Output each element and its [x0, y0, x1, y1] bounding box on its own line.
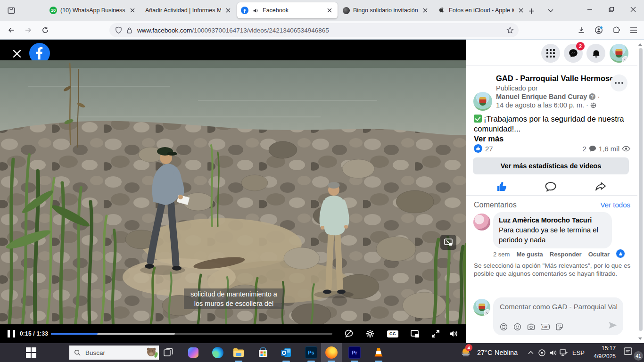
video-player[interactable]: solicitud de mantenimiento a los muros d… [0, 40, 466, 343]
scrollbar-down-arrow[interactable] [637, 336, 643, 341]
avatar-sticker-icon[interactable] [500, 323, 508, 331]
tab-informes[interactable]: Añadir Actividad | Informes Mens [141, 2, 236, 18]
photoshop-icon[interactable]: Ps [301, 343, 322, 362]
gif-icon[interactable]: GIF [541, 324, 550, 330]
comment-button[interactable] [534, 178, 567, 195]
emoji-icon[interactable] [513, 323, 521, 331]
microsoft-store-icon[interactable] [253, 343, 273, 362]
address-bar[interactable]: www.facebook.com/100093700164713/videos/… [109, 23, 519, 37]
camera-icon[interactable] [527, 323, 535, 331]
notifications-button[interactable] [586, 44, 605, 63]
pip-popout-button[interactable] [440, 235, 456, 250]
menu-icon[interactable] [626, 23, 641, 38]
weather-temp[interactable]: 27°C [477, 343, 492, 362]
composer-avatar[interactable] [473, 299, 490, 316]
see-more-link[interactable]: Ver más [474, 134, 504, 143]
weather-icon[interactable]: 4 [460, 346, 472, 359]
tracking-shield-icon[interactable] [115, 26, 122, 34]
messenger-button[interactable]: 2 [564, 44, 583, 63]
weather-desc[interactable]: Neblina [495, 343, 518, 362]
tray-chevron-icon[interactable] [526, 348, 536, 357]
sticker-icon[interactable] [555, 323, 563, 331]
pip-button[interactable] [409, 328, 422, 339]
tab-facebook[interactable]: Facebook [237, 2, 338, 18]
file-explorer-icon[interactable] [228, 343, 249, 362]
reload-button[interactable] [38, 23, 53, 38]
comment-reply-link[interactable]: Responder [550, 251, 582, 258]
like-button[interactable] [485, 178, 518, 195]
search-input[interactable] [84, 349, 133, 357]
vlc-icon[interactable] [368, 343, 389, 362]
url-text[interactable]: www.facebook.com/100093700164713/videos/… [137, 27, 329, 34]
like-count-icon[interactable] [474, 144, 482, 153]
tab-close-icon[interactable] [517, 6, 525, 15]
page-name[interactable]: GAD - Parroquial Valle Hermoso [496, 74, 614, 83]
chevron-down-icon[interactable] [484, 309, 490, 316]
outlook-icon[interactable] [276, 343, 297, 362]
new-tab-button[interactable] [525, 5, 537, 17]
tab-close-icon[interactable] [128, 6, 137, 15]
comment-like-badge[interactable] [616, 249, 625, 258]
comment-composer[interactable]: Comentar como GAD - Parroquial Vall... G… [493, 297, 623, 335]
composer-placeholder[interactable]: Comentar como GAD - Parroquial Vall... [500, 303, 617, 311]
share-button[interactable] [584, 178, 617, 195]
view-count[interactable]: 1,6 mil [599, 145, 619, 153]
comment-time[interactable]: 2 sem [493, 251, 510, 258]
window-minimize-button[interactable] [579, 0, 601, 19]
tab-icloud[interactable]: Fotos en iCloud - Apple iClou [434, 2, 529, 18]
fullscreen-button[interactable] [429, 328, 442, 339]
window-close-button[interactable] [622, 0, 644, 19]
taskbar-search[interactable] [69, 346, 159, 360]
task-view-button[interactable] [158, 343, 179, 362]
scrollbar-up-arrow[interactable] [637, 41, 643, 47]
post-date[interactable]: 14 de agosto a las 6:00 p. m. · [496, 101, 588, 109]
bookmark-star-icon[interactable] [506, 26, 514, 34]
copilot-icon[interactable] [183, 343, 204, 362]
back-button[interactable] [4, 23, 19, 38]
tray-volume-icon[interactable] [548, 348, 558, 357]
post-options-button[interactable] [611, 74, 627, 91]
like-count[interactable]: 27 [485, 145, 493, 153]
send-comment-icon[interactable] [608, 321, 618, 331]
network-icon[interactable] [559, 348, 569, 357]
downloads-icon[interactable] [574, 23, 589, 38]
tab-audio-icon[interactable] [252, 7, 259, 14]
edge-icon[interactable] [207, 343, 228, 362]
profile-avatar[interactable] [610, 44, 628, 63]
commenter-name[interactable]: Luz Amèrica Morocho Tacuri [499, 216, 606, 225]
comment-hide-link[interactable]: Ocultar [588, 251, 610, 258]
apps-menu-button[interactable] [541, 44, 560, 63]
lock-icon[interactable] [126, 27, 132, 34]
premiere-icon[interactable]: Pr [344, 343, 365, 362]
window-maximize-button[interactable] [601, 0, 622, 19]
comment-like-link[interactable]: Me gusta [516, 251, 543, 258]
page-avatar[interactable] [473, 92, 492, 111]
author-name[interactable]: Manuel Enrique Band Curay [496, 93, 587, 100]
comments-disabled-icon[interactable] [342, 328, 355, 339]
video-stats-button[interactable]: Ver más estadísticas de videos [473, 157, 629, 174]
tab-close-icon[interactable] [325, 6, 334, 15]
settings-gear-icon[interactable] [363, 328, 377, 339]
comment-count[interactable]: 2 [582, 145, 586, 153]
meet-now-icon[interactable] [537, 348, 546, 357]
tab-bingo[interactable]: Bingo solidario invitación [339, 2, 433, 18]
volume-button[interactable] [447, 328, 460, 339]
scrollbar-thumb[interactable] [639, 48, 643, 331]
tab-whatsapp[interactable]: 10 (10) WhatsApp Business [46, 2, 140, 18]
tab-close-icon[interactable] [421, 6, 429, 15]
see-all-comments-link[interactable]: Ver todos [601, 201, 630, 209]
commenter-avatar[interactable] [473, 214, 490, 230]
notification-center-button[interactable]: 41 [623, 346, 640, 359]
help-icon[interactable]: ? [589, 93, 595, 100]
pause-button[interactable] [8, 330, 15, 337]
close-video-icon[interactable] [10, 47, 24, 60]
list-tabs-button[interactable] [545, 5, 557, 17]
firefox-icon[interactable] [321, 343, 342, 362]
comment-bubble[interactable]: Luz Amèrica Morocho Tacuri Para cuando y… [493, 212, 612, 248]
account-icon[interactable] [591, 23, 606, 38]
tab-close-icon[interactable] [224, 6, 232, 15]
start-button[interactable] [25, 347, 37, 358]
taskbar-clock[interactable]: 15:17 4/9/2025 [583, 345, 616, 361]
firefox-view-icon[interactable] [5, 4, 18, 17]
video-scene-illustration[interactable] [0, 60, 466, 324]
